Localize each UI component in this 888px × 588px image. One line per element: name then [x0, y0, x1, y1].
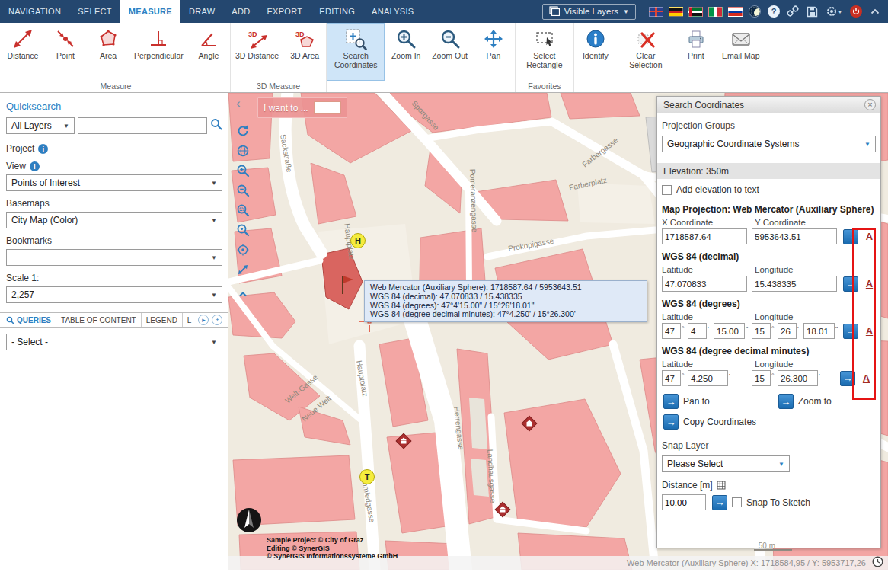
tab-legend[interactable]: LEGEND [142, 313, 183, 327]
zoom-in-button[interactable]: Zoom In [385, 23, 427, 81]
x-coordinate-input[interactable] [662, 228, 747, 244]
email-map-button[interactable]: Email Map [717, 23, 765, 81]
y-coordinate-input[interactable] [752, 228, 837, 244]
projection-group-select[interactable]: Geographic Coordinate Systems ▼ [662, 136, 876, 152]
longitude-decimal-input[interactable] [752, 276, 837, 292]
collapse-map-toolbar-button[interactable] [235, 286, 251, 302]
menu-tab-navigation[interactable]: NAVIGATION [0, 0, 69, 23]
logout-power-icon[interactable] [849, 5, 863, 18]
info-icon[interactable]: i [30, 161, 40, 171]
flag-russian-icon[interactable] [728, 7, 743, 17]
info-icon[interactable]: i [38, 144, 48, 154]
share-link-icon[interactable] [786, 5, 800, 18]
i-want-to-input[interactable] [314, 101, 341, 114]
zoom-to-button[interactable]: → [778, 394, 794, 409]
zoom-to-label[interactable]: Zoom to [798, 396, 832, 407]
tab-overflow-button[interactable]: + [212, 315, 222, 325]
help-icon[interactable]: ? [767, 5, 781, 18]
tab-scroll-right-button[interactable]: ▸ [198, 315, 209, 325]
layer-filter-select[interactable]: All Layers▼ [6, 117, 75, 134]
point-button[interactable]: Point [44, 23, 87, 81]
i-want-to-widget[interactable]: I want to ... [257, 97, 347, 118]
pan-to-label[interactable]: Pan to [683, 396, 710, 407]
menu-tab-analysis[interactable]: ANALYSIS [363, 0, 422, 23]
basemap-select[interactable]: City Map (Color)▼ [6, 212, 222, 228]
lat-degrees-input[interactable] [662, 323, 681, 339]
zoom-selection-button[interactable] [235, 222, 251, 238]
zoom-in-tool-button[interactable] [235, 163, 251, 178]
menu-tab-editing[interactable]: EDITING [311, 0, 363, 23]
full-extent-button[interactable] [235, 262, 251, 277]
flag-german-icon[interactable] [669, 7, 683, 17]
copy-coordinates-label[interactable]: Copy Coordinates [683, 417, 756, 427]
tab-table-of-content[interactable]: TABLE OF CONTENT [56, 313, 142, 327]
clear-selection-button[interactable]: Clear Selection [617, 23, 675, 81]
angle-button[interactable]: Angle [187, 23, 230, 81]
close-icon[interactable]: × [864, 99, 876, 110]
perpendicular-button[interactable]: Perpendicular [129, 23, 187, 81]
lat-seconds-input[interactable] [714, 323, 745, 339]
pan-button[interactable]: Pan [472, 23, 515, 81]
lat-ddm-degrees-input[interactable] [662, 370, 681, 386]
area-3d-button[interactable]: 3D 3D Area [283, 23, 326, 81]
view-select[interactable]: Points of Interest▼ [6, 174, 222, 191]
menu-tab-measure[interactable]: MEASURE [120, 0, 180, 23]
history-clock-icon[interactable] [872, 556, 883, 570]
scale-select[interactable]: 2,257▼ [6, 286, 222, 303]
save-icon[interactable] [805, 5, 819, 18]
add-elevation-row[interactable]: Add elevation to text [662, 184, 876, 195]
select-rectangle-button[interactable]: Select Rectangle [516, 23, 573, 81]
distance-3d-button[interactable]: 3D 3D Distance [231, 23, 283, 81]
quicksearch-input[interactable] [78, 117, 207, 134]
scale-label: Scale 1: [6, 273, 222, 283]
apply-distance-button[interactable]: → [712, 495, 727, 510]
lon-seconds-input[interactable] [803, 323, 835, 339]
menu-tab-select[interactable]: SELECT [69, 0, 120, 23]
lat-ddm-minutes-input[interactable] [688, 370, 728, 386]
zoom-window-button[interactable] [235, 203, 251, 218]
area-button[interactable]: Area [87, 23, 129, 81]
previous-extent-button[interactable] [235, 123, 251, 139]
flag-arabic-icon[interactable] [688, 7, 703, 17]
map-viewport[interactable]: Sackstraße Sporgasse Pomeranzengasse Far… [228, 93, 888, 570]
bookmark-select[interactable]: ▼ [6, 249, 222, 266]
copy-coordinates-button[interactable]: → [663, 414, 679, 430]
lon-minutes-input[interactable] [778, 323, 797, 339]
menu-tab-draw[interactable]: DRAW [180, 0, 223, 23]
query-select[interactable]: - Select -▼ [6, 334, 222, 350]
tooltip-line: WGS 84 (degree decimal minutes): 47°4.25… [370, 310, 641, 319]
add-elevation-checkbox[interactable] [662, 185, 672, 195]
quicksearch-title[interactable]: Quicksearch [6, 101, 222, 112]
zoom-out-tool-button[interactable] [235, 183, 251, 198]
grid-icon[interactable] [717, 481, 726, 490]
settings-gear-icon[interactable]: ▼ [824, 5, 844, 18]
collapse-toolbar-icon[interactable] [868, 5, 882, 18]
latitude-decimal-input[interactable] [662, 276, 747, 292]
identify-button[interactable]: Identify [574, 23, 617, 81]
snap-distance-input[interactable] [662, 494, 706, 510]
tab-queries[interactable]: QUERIES [2, 313, 56, 327]
visible-layers-button[interactable]: Visible Layers ▼ [542, 4, 636, 20]
snap-layer-select[interactable]: Please Select ▼ [662, 455, 790, 472]
snap-to-sketch-checkbox[interactable] [732, 497, 742, 507]
flag-english-icon[interactable] [649, 7, 663, 17]
menu-tab-add[interactable]: ADD [223, 0, 258, 23]
search-coordinates-button[interactable]: Search Coordinates [327, 23, 385, 81]
flag-italian-icon[interactable] [708, 7, 723, 17]
menu-tab-export[interactable]: EXPORT [258, 0, 311, 23]
lat-minutes-input[interactable] [688, 323, 707, 339]
lon-ddm-minutes-input[interactable] [778, 370, 818, 386]
pan-to-button[interactable]: → [663, 394, 679, 409]
default-tool-button[interactable] [235, 242, 251, 257]
tab-truncated[interactable]: L [183, 313, 197, 327]
lon-ddm-degrees-input[interactable] [752, 370, 771, 386]
distance-button[interactable]: Distance [2, 23, 44, 81]
search-icon[interactable] [210, 118, 222, 133]
zoom-out-button[interactable]: Zoom Out [427, 23, 472, 81]
sidebar-collapse-icon[interactable]: ‹ [236, 96, 241, 111]
print-button[interactable]: Print [675, 23, 717, 81]
night-mode-icon[interactable] [748, 5, 762, 18]
panel-header[interactable]: Search Coordinates × [657, 97, 880, 113]
overview-globe-button[interactable] [235, 143, 251, 158]
lon-degrees-input[interactable] [752, 323, 771, 339]
